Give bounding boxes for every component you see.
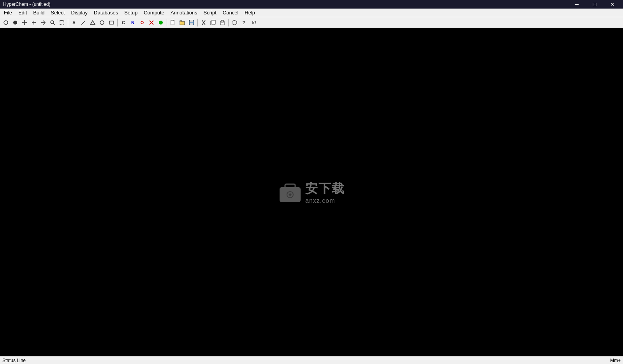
svg-line-8: [53, 23, 55, 25]
draw-line-icon: [81, 20, 86, 25]
select-circle-tool[interactable]: [2, 18, 10, 27]
menu-annotations[interactable]: Annotations: [167, 9, 201, 16]
toolbar-separator-1: [68, 19, 68, 26]
svg-rect-9: [60, 21, 64, 25]
atom-o-label: O: [141, 20, 144, 25]
toolbar-separator-5: [228, 19, 229, 26]
svg-rect-26: [212, 20, 215, 24]
menu-select[interactable]: Select: [48, 9, 68, 16]
paste-button[interactable]: [218, 18, 227, 27]
window-title: HyperChem - (untitled): [2, 2, 568, 7]
svg-point-12: [100, 21, 104, 25]
minimize-button[interactable]: ─: [568, 0, 586, 9]
atom-o-tool[interactable]: O: [138, 18, 146, 27]
svg-rect-21: [190, 23, 193, 25]
paste-icon: [220, 20, 225, 25]
svg-rect-28: [221, 20, 224, 22]
draw-rect-tool[interactable]: [107, 18, 116, 27]
maximize-button[interactable]: □: [586, 0, 604, 9]
atom-green-icon: [158, 20, 164, 25]
cut-button[interactable]: [199, 18, 208, 27]
title-bar: HyperChem - (untitled) ─ □ ✕: [0, 0, 623, 9]
plus-tool[interactable]: [30, 18, 38, 27]
crosshair-tool[interactable]: [20, 18, 29, 27]
rotate-tool[interactable]: [39, 18, 48, 27]
atom-n-label: N: [131, 20, 134, 25]
open-file-icon: [180, 20, 185, 25]
svg-marker-29: [232, 20, 237, 25]
close-button[interactable]: ✕: [604, 0, 621, 9]
menu-display[interactable]: Display: [68, 9, 91, 16]
atom-a-label: A: [72, 20, 76, 25]
select-box-icon: [59, 20, 65, 25]
toolbar: A C N O: [0, 17, 623, 28]
help-button[interactable]: k?: [249, 18, 260, 27]
watermark: 安下载 anxz.com: [278, 180, 345, 204]
atom-other-icon: [149, 20, 154, 25]
cut-icon: [201, 20, 206, 25]
zoom-icon: [50, 20, 55, 25]
menu-build[interactable]: Build: [30, 9, 48, 16]
new-file-icon: [170, 20, 176, 25]
atom-c-tool[interactable]: C: [119, 18, 128, 27]
menu-setup[interactable]: Setup: [121, 9, 141, 16]
svg-rect-13: [109, 21, 113, 24]
menu-databases[interactable]: Databases: [91, 9, 121, 16]
save-file-button[interactable]: [187, 18, 196, 27]
new-file-button[interactable]: [169, 18, 177, 27]
atom-other-tool[interactable]: [147, 18, 156, 27]
toolbar-separator-3: [167, 19, 167, 26]
status-bar: Status Line Mm+: [0, 356, 623, 364]
svg-point-7: [51, 21, 54, 24]
draw-triangle-icon: [90, 20, 95, 25]
info-label: ?: [243, 20, 245, 25]
status-right-text: Mm+: [610, 358, 621, 363]
select-circle-icon: [3, 20, 9, 25]
toolbar-separator-4: [197, 19, 198, 26]
svg-rect-19: [180, 21, 182, 22]
open-file-button[interactable]: [178, 18, 187, 27]
svg-point-1: [13, 21, 17, 25]
zoom-tool[interactable]: [48, 18, 57, 27]
help-label: k?: [252, 21, 257, 25]
menu-edit[interactable]: Edit: [15, 9, 30, 16]
atom-green-tool[interactable]: [157, 18, 165, 27]
copy-icon: [210, 20, 216, 25]
render-button[interactable]: [230, 18, 239, 27]
menu-cancel[interactable]: Cancel: [220, 9, 241, 16]
menu-script[interactable]: Script: [201, 9, 220, 16]
select-full-circle-tool[interactable]: [11, 18, 19, 27]
watermark-icon: [278, 180, 302, 204]
plus-icon: [31, 20, 37, 25]
select-box-tool[interactable]: [58, 18, 66, 27]
atom-n-tool[interactable]: N: [128, 18, 137, 27]
svg-point-16: [159, 21, 163, 25]
svg-rect-22: [190, 20, 193, 22]
copy-button[interactable]: [209, 18, 217, 27]
svg-marker-11: [90, 21, 95, 25]
svg-rect-17: [171, 20, 174, 25]
atom-a-tool[interactable]: A: [70, 18, 78, 27]
save-file-icon: [189, 20, 194, 25]
draw-triangle-tool[interactable]: [88, 18, 97, 27]
watermark-chinese-text: 安下载: [305, 180, 345, 197]
menu-compute[interactable]: Compute: [141, 9, 167, 16]
watermark-text: 安下载 anxz.com: [305, 180, 345, 204]
canvas-area[interactable]: 安下载 anxz.com: [0, 28, 623, 356]
atom-c-label: C: [122, 20, 125, 25]
menu-help[interactable]: Help: [241, 9, 258, 16]
select-filled-circle-icon: [12, 20, 18, 25]
menu-file[interactable]: File: [1, 9, 15, 16]
render-icon: [232, 20, 237, 25]
draw-line-tool[interactable]: [79, 18, 88, 27]
info-button[interactable]: ?: [239, 18, 248, 27]
menu-bar: File Edit Build Select Display Databases…: [0, 9, 623, 17]
window-controls: ─ □ ✕: [568, 0, 621, 9]
status-line-text: Status Line: [2, 358, 26, 363]
draw-rect-icon: [109, 20, 114, 25]
watermark-url-text: anxz.com: [305, 197, 345, 204]
toolbar-separator-2: [117, 19, 118, 26]
svg-point-0: [4, 21, 8, 25]
svg-line-10: [81, 21, 85, 25]
draw-circle-tool[interactable]: [98, 18, 106, 27]
